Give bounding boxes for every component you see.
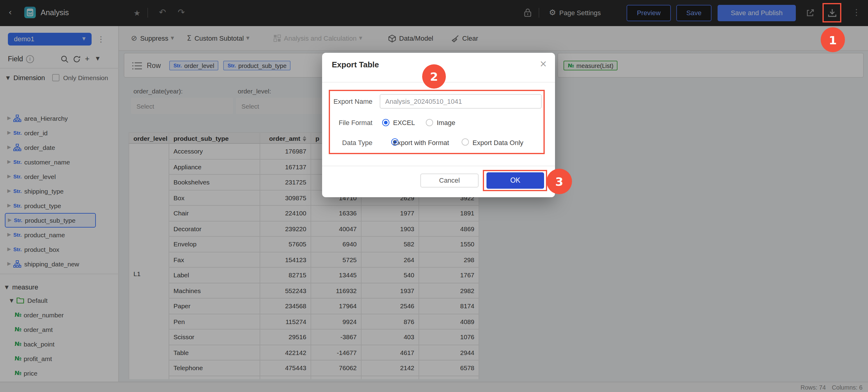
close-icon[interactable]: × [539,58,547,69]
annotation-step-3: 3 [547,169,572,194]
annotation-step-1: 1 [821,27,845,52]
annotation-box-download [823,3,841,23]
app-root: ‹ Analysis ★ ↶ ↷ ⚙ Page Settings Preview… [0,0,868,392]
annotation-step-2: 2 [422,64,446,89]
annotation-box-ok [483,170,547,191]
cancel-button[interactable]: Cancel [420,174,478,187]
divider [322,165,555,166]
annotation-box-form [329,90,545,154]
dialog-title: Export Table [332,60,379,69]
